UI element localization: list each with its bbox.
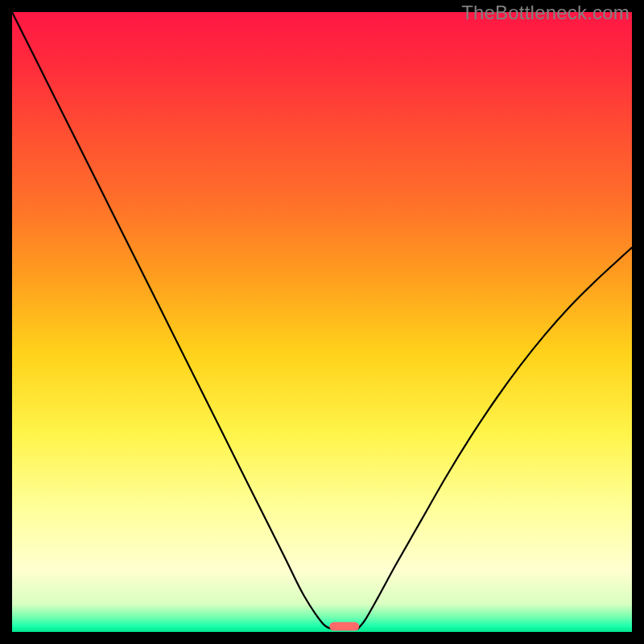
watermark-text: TheBottleneck.com xyxy=(461,2,630,24)
chart-frame xyxy=(12,12,632,632)
bottleneck-marker xyxy=(329,622,359,631)
gradient-background xyxy=(12,12,632,632)
bottleneck-chart xyxy=(12,12,632,632)
